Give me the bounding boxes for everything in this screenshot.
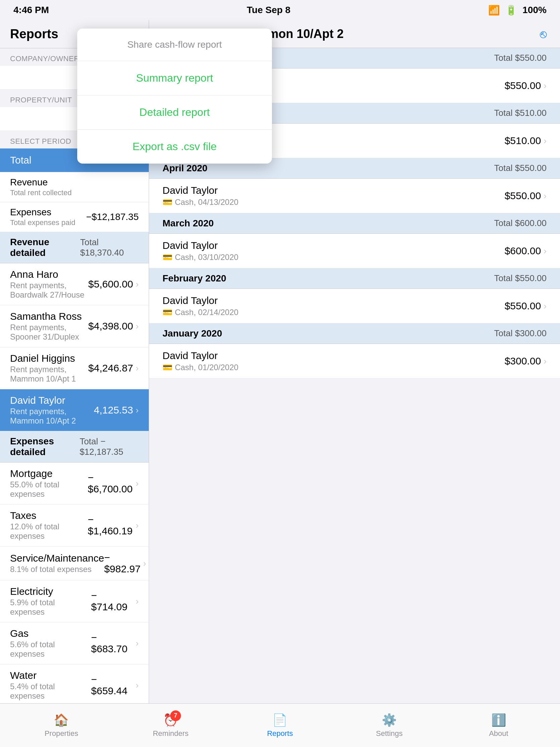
right-item-chevron-4-0: › bbox=[543, 301, 546, 311]
revenue-item-daniel[interactable]: Daniel Higgins Rent payments, Mammon 10/… bbox=[0, 347, 149, 389]
right-item-name-5-0: David Taylor bbox=[162, 350, 238, 361]
expense-name-0: Mortgage bbox=[10, 468, 88, 479]
status-time: 4:46 PM bbox=[14, 5, 49, 16]
right-item-2-0[interactable]: David Taylor 💳 Cash, 04/13/2020 $550.00 … bbox=[149, 179, 560, 213]
revenue-item-samantha[interactable]: Samantha Ross Rent payments, Spooner 31/… bbox=[0, 305, 149, 347]
about-label: About bbox=[489, 729, 508, 738]
right-item-chevron-1-0: › bbox=[543, 136, 546, 146]
expense-chevron-5: › bbox=[136, 680, 139, 691]
anna-sub: Rent payments, Boardwalk 27/House bbox=[10, 281, 88, 300]
right-item-3-0[interactable]: David Taylor 💳 Cash, 03/10/2020 $600.00 … bbox=[149, 234, 560, 268]
expense-amount-1: −$1,460.19 bbox=[88, 514, 133, 537]
status-indicators: 📶 🔋 100% bbox=[488, 5, 546, 16]
expense-chevron-4: › bbox=[136, 638, 139, 649]
right-item-amount-4-0: $550.00 › bbox=[505, 300, 546, 312]
month-total-0: Total $550.00 bbox=[494, 53, 546, 63]
right-share-icon[interactable]: ⎋ bbox=[540, 28, 546, 41]
tab-about[interactable]: ℹ️ About bbox=[444, 713, 553, 738]
expense-amount-0: −$6,700.00 bbox=[88, 472, 133, 495]
expenses-label: Expenses bbox=[10, 207, 75, 218]
daniel-sub: Rent payments, Mammon 10/Apt 1 bbox=[10, 365, 88, 384]
wifi-icon: 📶 bbox=[488, 5, 500, 16]
revenue-detailed-total: Total $18,370.40 bbox=[80, 237, 139, 258]
tab-settings[interactable]: ⚙️ Settings bbox=[335, 713, 444, 738]
expense-item-5[interactable]: Water 5.4% of total expenses −$659.44 › bbox=[0, 664, 149, 703]
expense-amount-5: −$659.44 bbox=[91, 674, 133, 697]
right-item-chevron-3-0: › bbox=[543, 246, 546, 256]
dropdown-detailed-report[interactable]: Detailed report bbox=[77, 95, 272, 130]
reminders-label: Reminders bbox=[153, 729, 188, 738]
expense-item-2[interactable]: Service/Maintenance 8.1% of total expens… bbox=[0, 546, 149, 581]
revenue-label: Revenue bbox=[10, 177, 72, 188]
daniel-name: Daniel Higgins bbox=[10, 353, 88, 364]
battery-level: 100% bbox=[523, 5, 546, 16]
expense-chevron-3: › bbox=[136, 596, 139, 607]
expense-items-container: Mortgage 55.0% of total expenses −$6,700… bbox=[0, 463, 149, 703]
expense-name-2: Service/Maintenance bbox=[10, 552, 104, 564]
expense-amount-2: −$982.97 bbox=[104, 552, 140, 575]
expense-chevron-2: › bbox=[143, 558, 146, 569]
samantha-name: Samantha Ross bbox=[10, 311, 88, 322]
month-total-4: Total $550.00 bbox=[494, 273, 546, 284]
expense-item-1[interactable]: Taxes 12.0% of total expenses −$1,460.19… bbox=[0, 505, 149, 546]
right-item-sub-4-0: 💳 Cash, 02/14/2020 bbox=[162, 308, 238, 317]
month-total-5: Total $300.00 bbox=[494, 328, 546, 339]
reports-label: Reports bbox=[267, 729, 293, 738]
battery-icon: 🔋 bbox=[505, 5, 517, 16]
right-item-amount-1-0: $510.00 › bbox=[505, 135, 546, 147]
revenue-item-david[interactable]: David Taylor Rent payments, Mammon 10/Ap… bbox=[0, 389, 149, 431]
expense-amount-4: −$683.70 bbox=[91, 632, 133, 654]
expenses-value: −$12,187.35 bbox=[86, 212, 139, 222]
tab-reminders[interactable]: ⏰ 7 Reminders bbox=[116, 713, 225, 738]
right-item-4-0[interactable]: David Taylor 💳 Cash, 02/14/2020 $550.00 … bbox=[149, 289, 560, 324]
period-total-value: Total bbox=[10, 155, 31, 166]
right-item-chevron-5-0: › bbox=[543, 356, 546, 366]
tab-properties[interactable]: 🏠 Properties bbox=[7, 713, 116, 738]
property-unit-value bbox=[10, 113, 13, 125]
david-amount: 4,125.53 bbox=[94, 405, 133, 416]
dropdown-export-csv[interactable]: Export as .csv file bbox=[77, 130, 272, 163]
month-label-3: March 2020 bbox=[162, 218, 214, 229]
dropdown-menu: Share cash-flow report Summary report De… bbox=[77, 29, 272, 163]
expense-sub-0: 55.0% of total expenses bbox=[10, 480, 88, 499]
right-item-5-0[interactable]: David Taylor 💳 Cash, 01/20/2020 $300.00 … bbox=[149, 344, 560, 379]
david-sub: Rent payments, Mammon 10/Apt 2 bbox=[10, 407, 94, 426]
anna-chevron: › bbox=[136, 279, 139, 289]
right-item-amount-3-0: $600.00 › bbox=[505, 245, 546, 257]
expense-item-0[interactable]: Mortgage 55.0% of total expenses −$6,700… bbox=[0, 463, 149, 505]
daniel-chevron: › bbox=[136, 363, 139, 374]
expenses-detailed-label: Expenses detailed bbox=[10, 436, 80, 458]
dropdown-summary-report[interactable]: Summary report bbox=[77, 61, 272, 95]
revenue-sub: Total rent collected bbox=[10, 188, 72, 197]
month-label-5: January 2020 bbox=[162, 328, 222, 339]
company-owner-value bbox=[10, 72, 13, 83]
about-icon: ℹ️ bbox=[491, 713, 506, 727]
expense-name-1: Taxes bbox=[10, 510, 88, 521]
properties-label: Properties bbox=[45, 729, 78, 738]
right-item-name-2-0: David Taylor bbox=[162, 185, 238, 196]
right-item-sub-5-0: 💳 Cash, 01/20/2020 bbox=[162, 363, 238, 372]
status-date: Tue Sep 8 bbox=[247, 5, 290, 16]
expenses-sub: Total expenses paid bbox=[10, 218, 75, 227]
expense-item-4[interactable]: Gas 5.6% of total expenses −$683.70 › bbox=[0, 622, 149, 664]
samantha-chevron: › bbox=[136, 321, 139, 332]
expense-item-3[interactable]: Electricity 5.9% of total expenses −$714… bbox=[0, 581, 149, 622]
properties-icon: 🏠 bbox=[54, 713, 69, 727]
expense-name-3: Electricity bbox=[10, 586, 91, 597]
expense-name-5: Water bbox=[10, 670, 91, 681]
expense-amount-3: −$714.09 bbox=[91, 590, 133, 613]
tab-reports[interactable]: 📄 Reports bbox=[225, 713, 335, 738]
revenue-item-anna[interactable]: Anna Haro Rent payments, Boardwalk 27/Ho… bbox=[0, 263, 149, 305]
right-item-chevron-0-0: › bbox=[543, 81, 546, 91]
month-label-4: February 2020 bbox=[162, 273, 226, 284]
month-label-2: April 2020 bbox=[162, 163, 208, 174]
settings-icon: ⚙️ bbox=[382, 713, 397, 727]
expense-sub-2: 8.1% of total expenses bbox=[10, 565, 104, 574]
expense-sub-5: 5.4% of total expenses bbox=[10, 682, 91, 701]
right-item-amount-5-0: $300.00 › bbox=[505, 355, 546, 367]
revenue-detailed-label: Revenue detailed bbox=[10, 237, 80, 258]
dropdown-share-cashflow[interactable]: Share cash-flow report bbox=[77, 29, 272, 61]
samantha-sub: Rent payments, Spooner 31/Duplex bbox=[10, 323, 88, 342]
right-item-name-4-0: David Taylor bbox=[162, 295, 238, 306]
right-item-name-3-0: David Taylor bbox=[162, 240, 238, 251]
